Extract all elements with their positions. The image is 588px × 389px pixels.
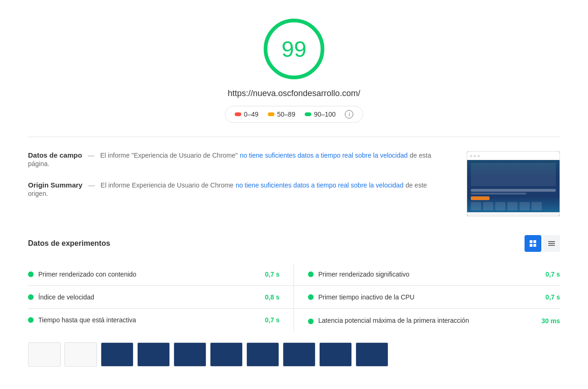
score-section: 99 https://nueva.oscfondesarrollo.com/ 0… xyxy=(0,0,588,137)
metric-label-fmp: Primer renderizado significativo xyxy=(318,271,537,278)
screenshot-icon-3 xyxy=(495,202,505,210)
metric-row-tti: Tiempo hasta que está interactiva 0,7 s xyxy=(28,309,294,331)
screenshot-btn xyxy=(471,196,490,200)
experiments-title: Datos de experimentos xyxy=(28,239,110,248)
datos-campo-title: Datos de campo xyxy=(28,151,82,159)
screenshot-hero-text xyxy=(471,189,556,192)
metric-value-fci: 0,7 s xyxy=(546,293,560,301)
score-url: https://nueva.oscfondesarrollo.com/ xyxy=(228,89,360,98)
metric-dot-tti xyxy=(28,317,34,323)
metrics-right-col: Primer renderizado significativo 0,7 s P… xyxy=(294,263,560,333)
list-icon xyxy=(548,240,555,247)
datos-campo-section: Datos de campo — El informe "Experiencia… xyxy=(28,151,448,168)
experiments-section: Datos de experimentos xyxy=(0,235,588,333)
metric-value-fcp: 0,7 s xyxy=(265,271,280,278)
screenshot-bottom-text: ¿Cómo es la velocidad de visitas? xyxy=(496,215,531,216)
svg-rect-4 xyxy=(548,241,555,242)
metric-dot-speed xyxy=(28,294,34,300)
metric-label-latency: Latencia potencial máxima de la primera … xyxy=(318,316,533,326)
screenshot-bottom: ¿Cómo es la velocidad de visitas? xyxy=(467,212,560,216)
filmstrip-frame-0 xyxy=(28,342,61,367)
legend-item-low: 0–49 xyxy=(235,111,259,118)
screenshot-header-dot xyxy=(470,155,472,157)
metric-dot-fci xyxy=(308,294,314,300)
metric-dot-fmp xyxy=(308,271,314,277)
legend-item-mid: 50–89 xyxy=(268,111,295,118)
metric-value-tti: 0,7 s xyxy=(265,316,280,324)
datos-campo-link[interactable]: no tiene suficientes datos a tiempo real… xyxy=(240,152,408,159)
legend-range1: 0–49 xyxy=(244,111,259,118)
origin-summary-dash: — xyxy=(88,181,95,189)
filmstrip-frame-9 xyxy=(356,342,388,367)
filmstrip-frame-1 xyxy=(64,342,97,367)
metric-row-fci: Primer tiempo inactivo de la CPU 0,7 s xyxy=(294,286,560,309)
metric-dot-latency xyxy=(308,319,314,324)
legend-item-high: 90–100 xyxy=(305,111,336,118)
legend-range2: 50–89 xyxy=(277,111,295,118)
origin-summary-title: Origin Summary xyxy=(28,181,83,189)
legend-range3: 90–100 xyxy=(314,111,336,118)
grid-icon xyxy=(529,240,537,247)
svg-rect-5 xyxy=(548,243,555,244)
svg-rect-0 xyxy=(530,240,532,243)
legend-dot-orange xyxy=(268,112,274,116)
svg-rect-3 xyxy=(533,244,536,247)
filmstrip-section xyxy=(0,333,588,376)
score-value: 99 xyxy=(281,36,306,62)
screenshot-hero xyxy=(471,163,556,186)
filmstrip-frame-2 xyxy=(101,342,133,367)
filmstrip-frame-8 xyxy=(319,342,352,367)
metric-value-latency: 30 ms xyxy=(541,317,560,325)
toggle-grid-button[interactable] xyxy=(525,235,541,252)
filmstrip-frame-5 xyxy=(210,342,243,367)
view-toggle xyxy=(525,235,560,252)
screenshot-icon-1 xyxy=(471,202,481,210)
metric-row-fcp: Primer renderizado con contenido 0,7 s xyxy=(28,263,294,286)
screenshot-hero-text2 xyxy=(471,193,526,194)
metric-label-tti: Tiempo hasta que está interactiva xyxy=(38,316,257,324)
metrics-left-col: Primer renderizado con contenido 0,7 s Í… xyxy=(28,263,294,333)
content-area: Datos de campo — El informe "Experiencia… xyxy=(0,137,588,230)
svg-rect-2 xyxy=(530,244,532,247)
metric-row-speed: Índice de velocidad 0,8 s xyxy=(28,286,294,309)
origin-summary-text-before: El informe Experiencia de Usuario de Chr… xyxy=(101,181,234,189)
metric-dot-fcp xyxy=(28,271,34,277)
svg-rect-6 xyxy=(548,245,555,246)
experiments-header: Datos de experimentos xyxy=(28,235,560,252)
legend-dot-red xyxy=(235,112,241,116)
datos-campo-text-before: El informe "Experiencia de Usuario de Ch… xyxy=(100,152,238,159)
screenshot-header-dot3 xyxy=(477,155,480,157)
screenshot-icons-row xyxy=(471,202,556,210)
filmstrip-frame-3 xyxy=(137,342,170,367)
filmstrip-frame-4 xyxy=(174,342,206,367)
screenshot-header xyxy=(467,152,560,160)
origin-summary-link[interactable]: no tiene suficientes datos a tiempo real… xyxy=(236,181,404,189)
datos-campo-dash: — xyxy=(88,152,94,159)
metric-label-speed: Índice de velocidad xyxy=(38,293,257,301)
screenshot-icon-4 xyxy=(507,202,518,210)
screenshot-preview: ¿Cómo es la velocidad de visitas? xyxy=(467,151,560,216)
metric-row-fmp: Primer renderizado significativo 0,7 s xyxy=(294,263,560,286)
svg-rect-1 xyxy=(533,240,536,243)
screenshot-icon-2 xyxy=(483,202,493,210)
screenshot-header-dot2 xyxy=(474,155,476,157)
legend-dot-green xyxy=(305,112,311,116)
content-left: Datos de campo — El informe "Experiencia… xyxy=(28,151,448,216)
legend-info-icon[interactable]: i xyxy=(345,110,353,118)
metric-value-fmp: 0,7 s xyxy=(546,271,560,278)
screenshot-icon-6 xyxy=(532,202,542,210)
screenshot-inner: ¿Cómo es la velocidad de visitas? xyxy=(467,152,560,216)
filmstrip-frame-6 xyxy=(246,342,279,367)
metric-label-fci: Primer tiempo inactivo de la CPU xyxy=(318,293,537,301)
toggle-list-button[interactable] xyxy=(543,235,560,252)
score-legend: 0–49 50–89 90–100 i xyxy=(225,106,364,123)
filmstrip-frame-7 xyxy=(283,342,315,367)
score-circle: 99 xyxy=(264,19,324,79)
origin-summary-section: Origin Summary — El informe Experiencia … xyxy=(28,181,448,198)
metric-label-fcp: Primer renderizado con contenido xyxy=(38,271,257,278)
metric-value-speed: 0,8 s xyxy=(265,293,280,301)
content-right: ¿Cómo es la velocidad de visitas? xyxy=(467,151,560,216)
screenshot-icon-5 xyxy=(519,202,530,210)
metric-row-latency: Latencia potencial máxima de la primera … xyxy=(294,309,560,333)
metrics-grid: Primer renderizado con contenido 0,7 s Í… xyxy=(28,263,560,333)
